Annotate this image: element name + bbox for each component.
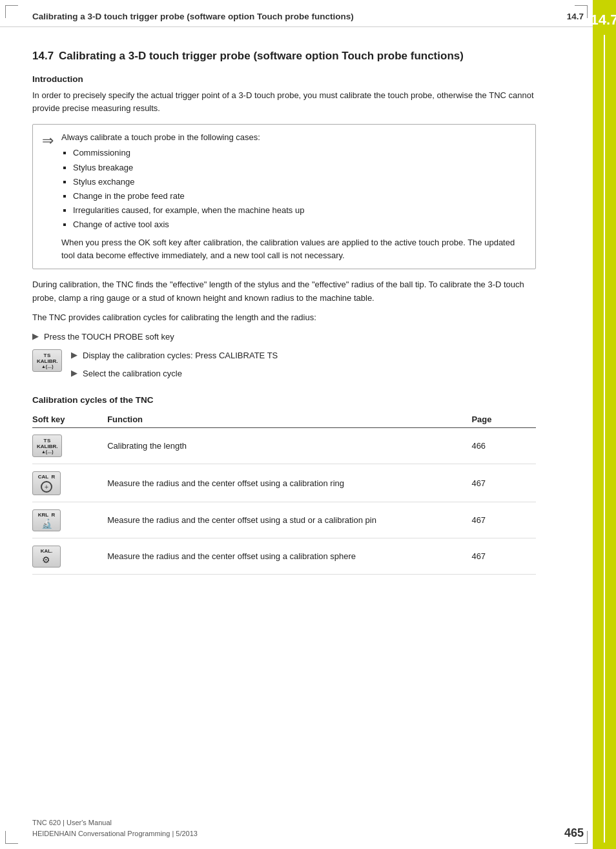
- side-tab-number: 14.7: [591, 12, 616, 28]
- side-tab: 14.7: [593, 0, 616, 849]
- calibration-section-heading: Calibration cycles of the TNC: [32, 395, 536, 405]
- table-cell-softkey-2: CAL R +: [32, 464, 107, 502]
- step-arrow-icon: ▶: [32, 331, 39, 341]
- corner-mark-tl: [5, 5, 18, 18]
- intro-body3: The TNC provides calibration cycles for …: [32, 311, 536, 324]
- table-cell-function-1: Calibrating the length: [107, 428, 471, 464]
- section-number: 14.7: [32, 50, 54, 62]
- note-item-3: Stylus exchange: [73, 176, 526, 189]
- step-touch-probe-text: Press the TOUCH PROBE soft key: [44, 331, 174, 343]
- softkey-cal-r: CAL R +: [32, 471, 61, 495]
- note-item-4: Change in the probe feed rate: [73, 190, 526, 203]
- table-cell-page-4: 467: [471, 538, 536, 575]
- sub-step-arrow-2: ▶: [71, 368, 77, 378]
- softkey-krl-r: KRL R 🔬: [32, 509, 61, 531]
- page-header: Calibrating a 3-D touch trigger probe (s…: [0, 0, 616, 27]
- sub-step-select-cycle: ▶ Select the calibration cycle: [71, 367, 536, 380]
- intro-heading: Introduction: [32, 74, 536, 84]
- note-content: Always calibrate a touch probe in the fo…: [61, 131, 526, 262]
- softkey-ts-calibr-table: TS KALIBR. ▲(…): [32, 435, 62, 457]
- sub-step-calibrate-ts: ▶ Display the calibration cycles: Press …: [71, 349, 536, 362]
- table-cell-softkey-4: KAL. ⚙: [32, 538, 107, 575]
- sub-step-text-2: Select the calibration cycle: [83, 367, 182, 380]
- note-item-1: Commissioning: [73, 147, 526, 159]
- sub-step-arrow-1: ▶: [71, 350, 77, 360]
- main-content: 14.7Calibrating a 3-D touch trigger prob…: [0, 27, 568, 594]
- note-box: ⇒ Always calibrate a touch probe in the …: [32, 124, 536, 269]
- page-header-title: Calibrating a 3-D touch trigger probe (s…: [32, 12, 354, 21]
- intro-body2: During calibration, the TNC finds the "e…: [32, 278, 536, 304]
- section-title: Calibrating a 3-D touch trigger probe (s…: [59, 50, 464, 62]
- step-with-icon: TS KALIBR. ▲(…) ▶ Display the calibratio…: [32, 349, 536, 385]
- note-after: When you press the OK soft key after cal…: [61, 236, 526, 262]
- table-row: KRL R 🔬 Measure the radius and the cente…: [32, 502, 536, 538]
- table-cell-function-3: Measure the radius and the center offset…: [107, 502, 471, 538]
- table-cell-function-4: Measure the radius and the center offset…: [107, 538, 471, 575]
- table-row: TS KALIBR. ▲(…) Calibrating the length 4…: [32, 428, 536, 464]
- note-arrow-icon: ⇒: [42, 132, 54, 149]
- side-tab-line: [604, 35, 605, 843]
- table-cell-softkey-3: KRL R 🔬: [32, 502, 107, 538]
- col-header-function: Function: [107, 411, 471, 428]
- sub-step-text-1: Display the calibration cycles: Press CA…: [83, 349, 278, 362]
- note-list: Commissioning Stylus breakage Stylus exc…: [61, 147, 526, 231]
- footer-line1: TNC 620 | User's Manual: [32, 817, 198, 829]
- table-row: CAL R + Measure the radius and the cente…: [32, 464, 536, 502]
- table-header-row: Soft key Function Page: [32, 411, 536, 428]
- calibration-table-container: Soft key Function Page TS KALIBR. ▲(…): [32, 411, 536, 575]
- footer-line2: HEIDENHAIN Conversational Programming | …: [32, 828, 198, 840]
- col-header-softkey: Soft key: [32, 411, 107, 428]
- sub-steps-col: ▶ Display the calibration cycles: Press …: [71, 349, 536, 385]
- table-cell-softkey-1: TS KALIBR. ▲(…): [32, 428, 107, 464]
- note-item-6: Change of active tool axis: [73, 218, 526, 231]
- table-cell-page-2: 467: [471, 464, 536, 502]
- page-footer: TNC 620 | User's Manual HEIDENHAIN Conve…: [32, 817, 584, 840]
- footer-page-number: 465: [564, 826, 584, 840]
- table-cell-function-2: Measure the radius and the center offset…: [107, 464, 471, 502]
- corner-mark-bl: [5, 831, 18, 844]
- softkey-kal-sphere: KAL. ⚙: [32, 546, 61, 568]
- table-row: KAL. ⚙ Measure the radius and the center…: [32, 538, 536, 575]
- section-heading: 14.7Calibrating a 3-D touch trigger prob…: [32, 49, 536, 64]
- step-touch-probe: ▶ Press the TOUCH PROBE soft key: [32, 331, 536, 343]
- intro-body1: In order to precisely specify the actual…: [32, 89, 536, 115]
- table-cell-page-1: 466: [471, 428, 536, 464]
- corner-mark-tr: [575, 5, 588, 18]
- note-line0: Always calibrate a touch probe in the fo…: [61, 131, 526, 144]
- col-header-page: Page: [471, 411, 536, 428]
- table-cell-page-3: 467: [471, 502, 536, 538]
- softkey-ts-calibr-icon-col: TS KALIBR. ▲(…): [32, 349, 65, 372]
- note-item-5: Irregularities caused, for example, when…: [73, 204, 526, 217]
- calibration-table: Soft key Function Page TS KALIBR. ▲(…): [32, 411, 536, 575]
- softkey-ts-calibr: TS KALIBR. ▲(…): [32, 349, 62, 372]
- page-wrapper: 14.7 Calibrating a 3-D touch trigger pro…: [0, 0, 616, 849]
- footer-left: TNC 620 | User's Manual HEIDENHAIN Conve…: [32, 817, 198, 840]
- note-item-2: Stylus breakage: [73, 161, 526, 174]
